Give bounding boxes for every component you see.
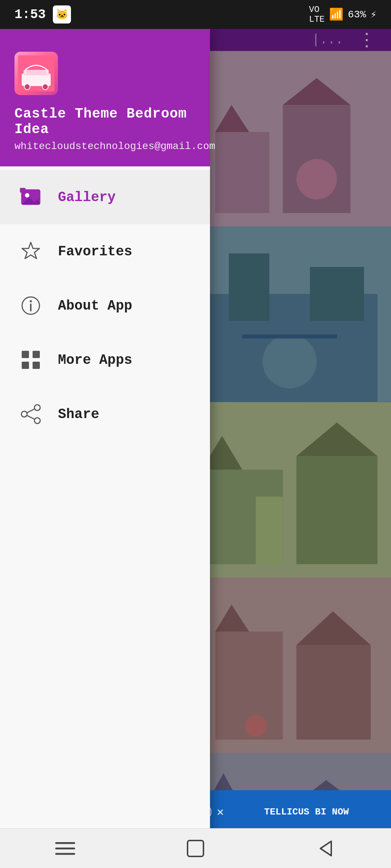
ad-banner[interactable]: ⓘ ✕ TELLICUS BI NOW xyxy=(188,790,391,834)
gallery-icon xyxy=(18,184,43,210)
navigation-drawer: Castle Theme Bedroom Idea whitecloudstec… xyxy=(0,29,210,868)
svg-point-56 xyxy=(34,405,40,410)
status-time: 1:53 xyxy=(14,7,46,22)
star-icon xyxy=(18,239,43,264)
svg-rect-9 xyxy=(310,267,364,321)
app-icon-container xyxy=(14,52,196,95)
menu-item-favorites[interactable]: Favorites xyxy=(0,224,210,278)
menu-item-gallery[interactable]: Gallery xyxy=(0,170,210,224)
navigation-bar xyxy=(0,828,391,868)
gallery-background: |... ⋮ xyxy=(188,29,391,868)
image-placeholder-2 xyxy=(188,226,391,402)
menu-item-about[interactable]: About App xyxy=(0,278,210,333)
nav-back-button[interactable] xyxy=(311,834,340,863)
svg-rect-54 xyxy=(22,362,29,369)
svg-point-38 xyxy=(24,84,30,90)
status-icons: VOLTE 📶 63% ⚡ xyxy=(309,5,377,24)
gallery-images xyxy=(188,51,391,868)
svg-point-23 xyxy=(245,715,267,737)
svg-rect-20 xyxy=(297,645,371,740)
svg-rect-53 xyxy=(33,351,40,358)
svg-marker-48 xyxy=(22,242,39,259)
menu-item-share[interactable]: Share xyxy=(0,387,210,441)
ad-close-icon[interactable]: ✕ xyxy=(217,805,224,819)
image-placeholder-1 xyxy=(188,51,391,226)
grid-icon xyxy=(18,347,43,373)
svg-point-5 xyxy=(297,159,337,200)
gallery-image-4[interactable] xyxy=(188,578,391,753)
svg-rect-37 xyxy=(24,70,49,75)
svg-rect-64 xyxy=(188,841,203,856)
app-icon xyxy=(14,52,58,95)
status-bar: 1:53 🐱 VOLTE 📶 63% ⚡ xyxy=(0,0,391,29)
app-email: whitecloudstechnologies@gmail.com xyxy=(14,141,196,152)
svg-rect-17 xyxy=(256,497,283,564)
app-icon-inner xyxy=(14,52,58,95)
gallery-image-2[interactable] xyxy=(188,226,391,402)
gallery-label: Gallery xyxy=(58,190,116,205)
drawer-menu: Gallery Favorites xyxy=(0,166,210,868)
menu-item-more-apps[interactable]: More Apps xyxy=(0,333,210,387)
svg-point-58 xyxy=(34,418,40,424)
more-options-icon: ⋮ xyxy=(358,29,377,51)
nav-menu-button[interactable] xyxy=(51,834,80,863)
image-placeholder-4 xyxy=(188,578,391,753)
svg-line-59 xyxy=(27,409,34,413)
svg-marker-65 xyxy=(320,841,331,856)
svg-rect-52 xyxy=(22,351,29,358)
svg-point-51 xyxy=(30,300,32,302)
battery-indicator: 63% xyxy=(348,9,366,20)
svg-rect-8 xyxy=(229,254,269,321)
share-label: Share xyxy=(58,407,99,422)
nav-home-button[interactable] xyxy=(181,834,210,863)
more-apps-label: More Apps xyxy=(58,352,132,368)
favorites-label: Favorites xyxy=(58,244,132,259)
svg-rect-11 xyxy=(242,335,337,339)
main-container: |... ⋮ xyxy=(0,29,391,868)
vo-lte-icon: VOLTE xyxy=(309,5,325,24)
gallery-image-3[interactable] xyxy=(188,402,391,578)
svg-point-57 xyxy=(21,411,27,417)
gallery-image-1[interactable] xyxy=(188,51,391,226)
ad-text: TELLICUS BI NOW xyxy=(229,807,384,817)
svg-point-39 xyxy=(42,84,48,90)
svg-line-60 xyxy=(27,416,34,419)
search-hint: |... xyxy=(312,33,343,47)
info-icon xyxy=(18,293,43,318)
signal-icon: 📶 xyxy=(329,7,344,22)
image-placeholder-3 xyxy=(188,402,391,578)
svg-rect-55 xyxy=(33,362,40,369)
svg-rect-1 xyxy=(215,132,269,213)
drawer-header: Castle Theme Bedroom Idea whitecloudstec… xyxy=(0,29,210,166)
svg-rect-47 xyxy=(20,188,25,192)
gallery-header-bg: |... ⋮ xyxy=(188,29,391,51)
svg-point-10 xyxy=(262,335,316,388)
app-title: Castle Theme Bedroom Idea xyxy=(14,106,196,137)
svg-rect-14 xyxy=(297,456,378,564)
about-label: About App xyxy=(58,298,132,314)
charging-icon: ⚡ xyxy=(370,8,377,21)
notification-icon: 🐱 xyxy=(53,5,71,24)
share-icon xyxy=(18,401,43,427)
svg-point-44 xyxy=(25,193,29,197)
